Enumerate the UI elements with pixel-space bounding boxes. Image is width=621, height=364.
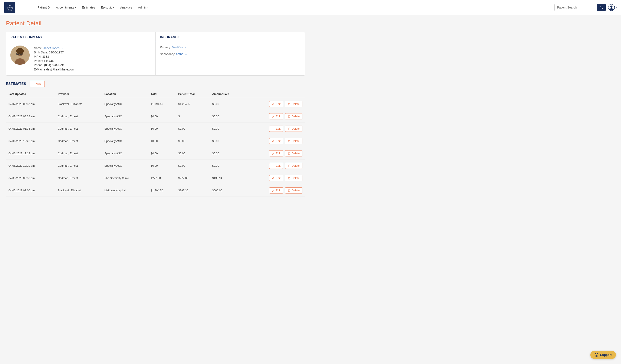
user-menu-button[interactable]: ▾ [608,4,617,11]
cell-last-updated: 04/06/2023 12:12 pm [6,147,55,160]
table-row: 04/05/2023 03:00 pm Blackwell, Elizabeth… [6,184,305,197]
cell-last-updated: 04/05/2023 03:00 pm [6,184,55,197]
edit-button[interactable]: Edit [269,113,283,119]
primary-insurance-line: Primary: MedPay ↗ [160,46,300,49]
delete-button[interactable]: Delete [285,126,302,132]
delete-button[interactable]: Delete [285,187,302,194]
delete-button[interactable]: Delete [285,150,302,156]
svg-line-39 [274,177,274,178]
nav-appointments[interactable]: Appointments ▾ [53,4,79,11]
cell-actions: Edit Delete [244,110,305,123]
patient-name-link[interactable]: Janet Jones [43,46,60,50]
cell-total: $1,794.50 [148,184,176,197]
estimates-header: ESTIMATES + New [6,81,305,87]
trash-icon [288,177,291,180]
cell-provider: Blackwell, Elizabeth [55,184,102,197]
nav-patient-q[interactable]: Patient Q [35,4,52,11]
svg-line-27 [274,140,274,140]
trash-icon [288,152,291,155]
edit-icon [272,177,275,180]
chevron-down-icon: ▾ [147,6,148,9]
svg-rect-40 [288,178,290,179]
secondary-insurance-link[interactable]: Aetna [176,52,184,56]
nav-analytics[interactable]: Analytics [118,4,135,11]
nav-right: ▾ [554,4,617,11]
secondary-insurance-line: Secondary: Aetna ↗ [160,52,300,56]
cell-provider: Codman, Ernest [55,147,102,160]
patient-info: Name: Janet Jones ↗ Birth Date: 03/05/19… [6,42,155,75]
search-input[interactable] [554,4,597,11]
cell-last-updated: 04/07/2023 09:37 am [6,98,55,110]
cell-patient-total: $277.88 [176,172,209,184]
col-provider: Provider [55,90,102,98]
edit-button[interactable]: Edit [269,101,283,107]
table-row: 04/06/2023 01:36 pm Codman, Ernest Speci… [6,123,305,135]
cell-amount-paid: $0.00 [209,160,244,172]
chevron-down-icon: ▾ [616,6,617,9]
cell-total: $0.00 [148,110,176,123]
external-link-icon: ↗ [185,53,187,56]
page-title: Patient Detail [6,20,305,27]
svg-text:Specialty: Specialty [7,7,13,9]
patient-details: Name: Janet Jones ↗ Birth Date: 03/05/19… [34,46,74,72]
delete-button[interactable]: Delete [285,163,302,169]
primary-insurance-link[interactable]: MedPay [172,46,183,49]
new-estimate-button[interactable]: + New [30,81,45,87]
cell-location: Midtown Hospital [102,184,148,197]
estimates-table-body: 04/07/2023 09:37 am Blackwell, Elizabeth… [6,98,305,197]
cell-provider: Codman, Ernest [55,172,102,184]
cell-actions: Edit Delete [244,160,305,172]
edit-button[interactable]: Edit [269,187,283,194]
cell-provider: Codman, Ernest [55,160,102,172]
delete-button[interactable]: Delete [285,101,302,107]
navbar: The Specialty Group Patient Q Appointmen… [0,0,621,15]
edit-icon [272,152,275,155]
patient-summary-heading: PATIENT SUMMARY [6,32,155,42]
chevron-down-icon: ▾ [113,6,114,9]
cell-location: Specialty ASC [102,135,148,147]
trash-icon [288,189,291,192]
nav-episodic[interactable]: Episodic ▾ [98,4,117,11]
cell-amount-paid: $0.00 [209,98,244,110]
user-avatar-icon [608,4,615,11]
cell-total: $0.00 [148,135,176,147]
table-row: 04/07/2023 08:38 am Codman, Ernest Speci… [6,110,305,123]
table-header-row: Last Updated Provider Location Total Pat… [6,90,305,98]
estimates-table-header: Last Updated Provider Location Total Pat… [6,90,305,98]
search-icon [600,6,603,9]
logo[interactable]: The Specialty Group [4,2,30,13]
cell-provider: Codman, Ernest [55,123,102,135]
search-button[interactable] [597,4,606,11]
patient-summary-card: PATIENT SUMMARY INSURANCE [6,32,305,76]
cell-patient-total: $997.30 [176,184,209,197]
edit-icon [272,103,275,105]
col-actions [244,90,305,98]
edit-button[interactable]: Edit [269,163,283,169]
cell-patient-total: $0.00 [176,160,209,172]
svg-point-4 [600,6,602,8]
svg-rect-24 [288,128,290,130]
chevron-down-icon: ▾ [75,6,76,9]
edit-button[interactable]: Edit [269,150,283,156]
trash-icon [288,115,291,118]
nav-admin[interactable]: Admin ▾ [136,4,151,11]
delete-button[interactable]: Delete [285,175,302,181]
plus-icon: + [33,82,35,85]
cell-actions: Edit Delete [244,135,305,147]
edit-button[interactable]: Edit [269,175,283,181]
nav-estimates[interactable]: Estimates [79,4,98,11]
insurance-heading: INSURANCE [155,32,305,42]
mrn-line: MRN: 3333 [34,55,74,58]
cell-location: The Specialty Clinic [102,172,148,184]
cell-total: $0.00 [148,123,176,135]
edit-button[interactable]: Edit [269,138,283,144]
estimates-title: ESTIMATES [6,82,26,86]
edit-icon [272,140,275,142]
edit-button[interactable]: Edit [269,126,283,132]
col-amount-paid: Amount Paid [209,90,244,98]
cell-provider: Codman, Ernest [55,135,102,147]
external-link-icon: ↗ [61,47,63,50]
svg-line-23 [274,128,274,128]
delete-button[interactable]: Delete [285,113,302,119]
delete-button[interactable]: Delete [285,138,302,144]
